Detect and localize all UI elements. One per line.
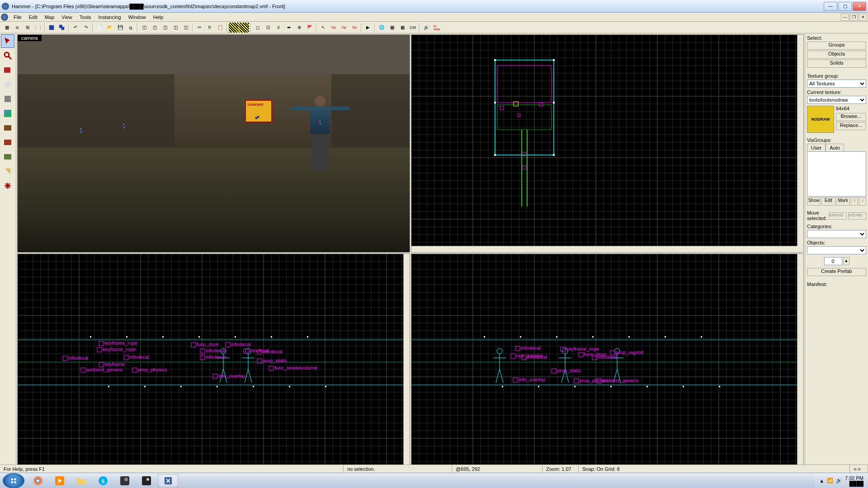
scrollbar-vertical[interactable] <box>797 35 803 246</box>
grid-3d-icon[interactable]: ⧈ <box>12 23 22 33</box>
redo-icon[interactable]: ↷ <box>81 23 91 33</box>
tab-auto[interactable]: Auto <box>826 144 844 151</box>
toentity-button[interactable]: toEntity <box>849 212 866 220</box>
close-button[interactable]: ✕ <box>853 2 866 11</box>
open-icon[interactable]: 📂 <box>105 23 115 33</box>
apply-texture-tool[interactable] <box>1 121 14 135</box>
undo-icon[interactable]: ↶ <box>71 23 80 33</box>
scrollbar-horizontal[interactable] <box>411 246 797 252</box>
camera-tool[interactable] <box>1 63 14 77</box>
spin-up[interactable]: ▴ <box>843 257 849 265</box>
viewport-top[interactable] <box>411 34 804 253</box>
tray-volume-icon[interactable]: 🔊 <box>836 478 842 483</box>
toggle2-icon[interactable]: ◫ <box>150 23 160 33</box>
carve-icon[interactable] <box>47 23 57 33</box>
select-objects-button[interactable]: Objects <box>807 51 866 59</box>
viewport-side[interactable]: infodecalnpc_zombieinfodecalprop_statici… <box>411 253 804 472</box>
texlock-icon[interactable]: ▦ <box>387 23 397 33</box>
magnify-tool[interactable] <box>1 49 14 62</box>
mdi-minimize[interactable]: — <box>841 14 849 21</box>
globe-icon[interactable]: 🌐 <box>377 23 387 33</box>
dp2-icon[interactable]: Dp <box>339 23 349 33</box>
cut-icon[interactable]: ✂ <box>194 23 204 33</box>
cm-icon[interactable]: CM <box>408 23 418 33</box>
paste-icon[interactable]: 📋 <box>215 23 225 33</box>
show-button[interactable]: Show <box>807 197 821 206</box>
dp1-icon[interactable]: Dp <box>329 23 339 33</box>
mdi-close[interactable]: ✕ <box>859 14 867 21</box>
align-icon[interactable]: ⬌ <box>284 23 294 33</box>
clock-time[interactable]: 7:32 PM <box>845 475 863 481</box>
taskbar-skype[interactable]: S <box>93 474 113 488</box>
vertex-tool[interactable] <box>1 179 14 192</box>
new-icon[interactable]: 📄 <box>94 23 104 33</box>
toggle1-icon[interactable]: ◫ <box>139 23 149 33</box>
decal-tool[interactable] <box>1 136 14 149</box>
nodraw-toggle-icon[interactable]: nodraw <box>432 23 442 33</box>
texlock2-icon[interactable]: ▦ <box>397 23 407 33</box>
clock-date[interactable]: ████ <box>845 481 863 486</box>
tl-icon[interactable]: tl <box>274 23 283 33</box>
tray-network-icon[interactable]: 📶 <box>827 478 833 483</box>
menu-help[interactable]: Help <box>150 14 167 20</box>
up-button[interactable]: ↑ <box>851 197 858 206</box>
taskbar-hammer[interactable] <box>158 474 179 488</box>
grid-dots-icon[interactable]: ⋮⋮ <box>33 23 43 33</box>
overlay-tool[interactable] <box>1 150 14 164</box>
menu-view[interactable]: View <box>58 14 76 20</box>
toggle5-icon[interactable]: ◫ <box>181 23 191 33</box>
viewport-3d[interactable]: camera <box>17 34 410 253</box>
faces-input[interactable] <box>824 257 842 265</box>
taskbar-steam2[interactable] <box>136 474 157 488</box>
menu-file[interactable]: File <box>10 14 25 20</box>
cursor-icon[interactable]: ↖ <box>318 23 328 33</box>
browse-button[interactable]: Browse... <box>836 113 866 121</box>
flag-icon[interactable]: 🚩 <box>305 23 315 33</box>
minimize-button[interactable]: — <box>824 2 837 11</box>
grid-2d-icon[interactable]: ▦ <box>2 23 12 33</box>
entity-tool[interactable] <box>1 78 14 91</box>
select-solids-button[interactable]: Solids <box>807 60 866 68</box>
ig-icon[interactable]: ig <box>126 23 136 33</box>
toggle3-icon[interactable]: ◫ <box>160 23 170 33</box>
menu-edit[interactable]: Edit <box>25 14 41 20</box>
mark-button[interactable]: Mark <box>836 197 850 206</box>
viewport-front[interactable]: keyframe_ropekeyframe_ropeinfodecalinfod… <box>17 253 410 472</box>
select-icon[interactable]: ◻ <box>253 23 263 33</box>
texgroup-select[interactable]: All Textures <box>807 80 866 88</box>
toworld-button[interactable]: toWorld <box>829 212 846 220</box>
curtex-select[interactable]: tools/toolsnodraw <box>807 96 866 104</box>
menu-tools[interactable]: Tools <box>76 14 95 20</box>
run-icon[interactable]: ▶ <box>363 23 373 33</box>
visgroups-list[interactable] <box>807 151 866 197</box>
block-tool[interactable] <box>1 92 14 106</box>
start-button[interactable] <box>3 473 24 488</box>
system-tray[interactable]: ▲ 📶 🔊 7:32 PM ████ <box>815 473 868 488</box>
mdi-restore[interactable]: ❐ <box>850 14 858 21</box>
menu-instancing[interactable]: Instancing <box>94 14 124 20</box>
center-icon[interactable]: ⊕ <box>294 23 304 33</box>
select-groups-button[interactable]: Groups <box>807 42 866 50</box>
tray-flag-icon[interactable]: ▲ <box>819 478 824 483</box>
texture-tool[interactable] <box>1 107 14 120</box>
copy-icon[interactable]: ⎘ <box>205 23 215 33</box>
categories-select[interactable] <box>807 230 866 238</box>
taskbar-explorer[interactable] <box>71 474 92 488</box>
hazard2-icon[interactable] <box>239 23 249 33</box>
tab-user[interactable]: User <box>807 144 826 151</box>
select-handles-icon[interactable]: ⊡ <box>263 23 273 33</box>
taskbar-steam[interactable] <box>114 474 135 488</box>
sound-icon[interactable]: 🔊 <box>421 23 431 33</box>
replace-button[interactable]: Replace... <box>836 122 866 130</box>
menu-window[interactable]: Window <box>125 14 150 20</box>
clipping-tool[interactable] <box>1 164 14 178</box>
dp3-icon[interactable]: Dp <box>349 23 359 33</box>
taskbar-chrome[interactable] <box>28 474 48 488</box>
save-icon[interactable]: 💾 <box>115 23 125 33</box>
objects-select[interactable] <box>807 246 866 254</box>
hazard1-icon[interactable] <box>229 23 239 33</box>
maximize-button[interactable]: ▢ <box>838 2 852 11</box>
scrollbar-vertical[interactable] <box>403 254 410 465</box>
down-button[interactable]: ↓ <box>859 197 866 206</box>
edit-button[interactable]: Edit <box>821 197 835 206</box>
